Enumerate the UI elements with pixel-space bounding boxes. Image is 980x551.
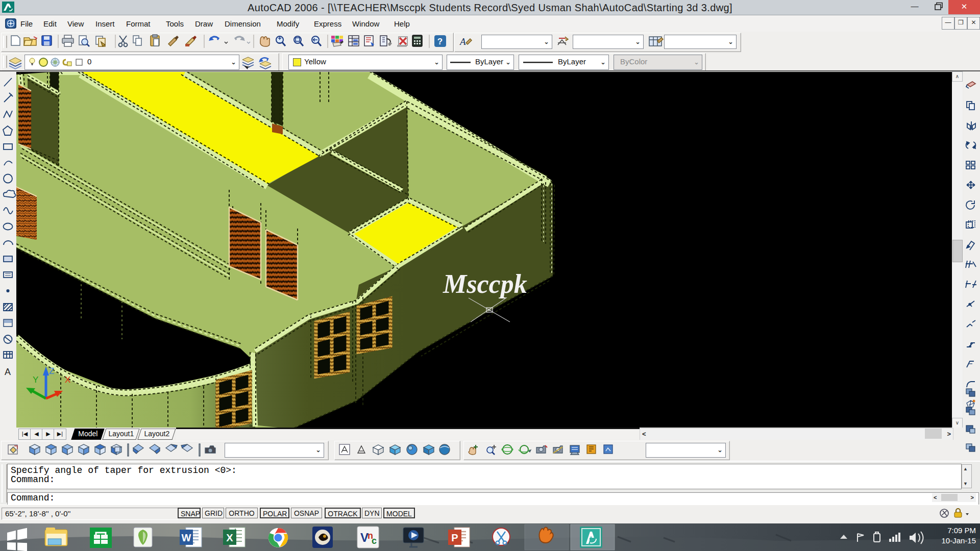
svg-text:Y: Y xyxy=(33,375,38,385)
svg-text:X: X xyxy=(65,375,70,385)
svg-text:W: W xyxy=(182,532,191,543)
svg-text:?: ? xyxy=(437,37,443,46)
svg-text:A: A xyxy=(459,36,466,47)
svg-text:Msccpk: Msccpk xyxy=(443,269,527,298)
svg-text:Z: Z xyxy=(49,366,54,376)
svg-text:X: X xyxy=(226,532,233,543)
svg-text:c: c xyxy=(372,536,377,546)
svg-text:P: P xyxy=(451,532,458,543)
svg-text:A: A xyxy=(5,367,11,377)
